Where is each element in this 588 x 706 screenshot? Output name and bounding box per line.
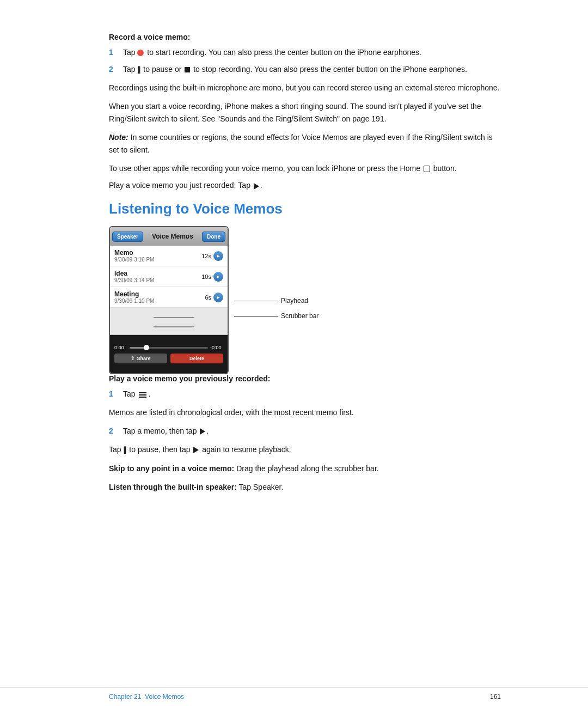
footer-page: 161 <box>490 693 501 701</box>
playback-btn-row: ⇧ Share Delete <box>114 354 223 363</box>
prev-step-2-text: Tap a memo, then tap . <box>123 425 209 437</box>
memo-2-duration: 6s <box>205 294 211 301</box>
memo-2-name: Meeting <box>114 290 154 298</box>
memo-item-1[interactable]: Idea 9/30/09 3:14 PM 10s ► <box>110 266 228 287</box>
callout-area: Playhead Scrubber bar <box>229 297 318 327</box>
memo-item-0[interactable]: Memo 9/30/09 3:16 PM 12s ► <box>110 246 228 266</box>
scrubber-callout: Scrubber bar <box>234 312 318 320</box>
record-section: Record a voice memo: 1 Tap to start reco… <box>109 33 501 190</box>
iphone-toolbar: Speaker Voice Memos Done <box>110 227 228 246</box>
done-button[interactable]: Done <box>202 232 225 242</box>
delete-button[interactable]: Delete <box>170 354 223 363</box>
listen-bold: Listen through the built-in speaker: <box>109 483 237 491</box>
listen-rest: Tap Speaker. <box>239 483 284 491</box>
speaker-button[interactable]: Speaker <box>112 232 143 242</box>
memo-0-name: Memo <box>114 249 154 257</box>
time-start: 0:00 <box>114 345 127 350</box>
note-label: Note: <box>109 133 128 142</box>
memo-2-date: 9/30/09 1:10 PM <box>114 298 154 304</box>
step-2-number: 2 <box>109 64 121 75</box>
memo-1-arrow-icon[interactable]: ► <box>213 272 223 282</box>
footer-chapter: Chapter 21 Voice Memos <box>109 693 184 701</box>
skip-instruction: Skip to any point in a voice memo: Drag … <box>109 462 501 474</box>
scrubber-line <box>234 316 278 317</box>
listening-section: Listening to Voice Memos Speaker Voice M… <box>109 200 501 493</box>
play-prev-section: Play a voice memo you previously recorde… <box>109 374 501 493</box>
playhead-label: Playhead <box>278 297 308 305</box>
pause-icon: ‖ <box>137 64 141 75</box>
listen-instruction: Listen through the built-in speaker: Tap… <box>109 481 501 493</box>
memo-item-2[interactable]: Meeting 9/30/09 1:10 PM 6s ► <box>110 287 228 308</box>
prev-step-1-number: 1 <box>109 388 121 400</box>
stop-icon <box>185 67 190 72</box>
memo-1-date: 9/30/09 3:14 PM <box>114 277 154 283</box>
skip-bold: Skip to any point in a voice memo: <box>109 464 234 473</box>
share-button[interactable]: ⇧ Share <box>114 354 167 363</box>
playhead-dot <box>144 345 149 350</box>
memo-1-name: Idea <box>114 270 154 277</box>
listening-title: Listening to Voice Memos <box>109 200 501 217</box>
footer-bar: Chapter 21 Voice Memos 161 <box>0 687 588 706</box>
iphone-screen: Speaker Voice Memos Done Memo 9/30/09 3:… <box>109 226 229 374</box>
scrubber-fill <box>130 347 145 349</box>
prev-step-1-note: Memos are listed in chronological order,… <box>109 406 501 418</box>
play-triangle-2-icon <box>200 428 205 435</box>
scrubber-container: 0:00 -0:00 <box>114 345 223 350</box>
memo-2-arrow-icon[interactable]: ► <box>213 293 223 302</box>
step-2: 2 Tap ‖ to pause or to stop recording. Y… <box>109 64 501 75</box>
prev-step-2-note: Tap ‖ to pause, then tap again to resume… <box>109 443 501 456</box>
step-1-text: Tap to start recording. You can also pre… <box>123 47 421 58</box>
play-triangle-icon <box>254 183 259 190</box>
playhead-line <box>234 301 278 301</box>
prev-step-2-number: 2 <box>109 425 121 437</box>
skip-rest: Drag the playhead along the scrubber bar… <box>236 464 379 473</box>
footer-chapter-label: Chapter 21 <box>109 693 141 701</box>
step-1: 1 Tap to start recording. You can also p… <box>109 47 501 58</box>
record-heading: Record a voice memo: <box>109 33 501 41</box>
mockup-wrapper: Speaker Voice Memos Done Memo 9/30/09 3:… <box>109 226 501 374</box>
memo-0-arrow-icon[interactable]: ► <box>213 251 223 261</box>
prev-step-1-text: Tap . <box>123 388 150 400</box>
prev-step-1: 1 Tap . <box>109 388 501 400</box>
scrubber-label: Scrubber bar <box>278 312 318 320</box>
play-triangle-3-icon <box>193 447 199 453</box>
toolbar-title: Voice Memos <box>143 233 202 240</box>
page-content: Record a voice memo: 1 Tap to start reco… <box>0 0 588 543</box>
footer-chapter-link: Voice Memos <box>145 693 184 701</box>
memo-0-duration: 12s <box>201 253 211 259</box>
share-icon: ⇧ <box>131 356 135 361</box>
memo-1-duration: 10s <box>201 273 211 280</box>
note-countries: Note: In some countries or regions, the … <box>109 131 501 156</box>
playhead-callout: Playhead <box>234 297 318 305</box>
play-prev-heading: Play a voice memo you previously recorde… <box>109 374 501 383</box>
prev-step-2: 2 Tap a memo, then tap . <box>109 425 501 437</box>
step-2-text: Tap ‖ to pause or to stop recording. You… <box>123 64 467 75</box>
play-instruction-bold: Play a voice memo you just recorded: <box>109 181 236 190</box>
playback-area: 0:00 -0:00 ⇧ Share Delete <box>110 335 228 373</box>
home-btn-icon <box>424 166 430 172</box>
note-home: To use other apps while recording your v… <box>109 162 501 174</box>
note-mono: Recordings using the built-in microphone… <box>109 82 501 94</box>
time-end: -0:00 <box>210 345 223 350</box>
memo-list: Memo 9/30/09 3:16 PM 12s ► Idea 9/30/09 … <box>110 246 228 308</box>
note-ring-silent: When you start a voice recording, iPhone… <box>109 100 501 125</box>
scrubber-bar[interactable] <box>130 347 208 349</box>
annotation-svg <box>110 308 229 335</box>
play-instruction-rest: Tap . <box>238 181 262 190</box>
pause-2-icon: ‖ <box>123 445 127 456</box>
step-1-number: 1 <box>109 47 121 58</box>
play-just-recorded: Play a voice memo you just recorded: Tap… <box>109 181 501 190</box>
list-icon <box>139 392 146 398</box>
record-dot-icon <box>137 50 144 56</box>
memo-0-date: 9/30/09 3:16 PM <box>114 257 154 263</box>
